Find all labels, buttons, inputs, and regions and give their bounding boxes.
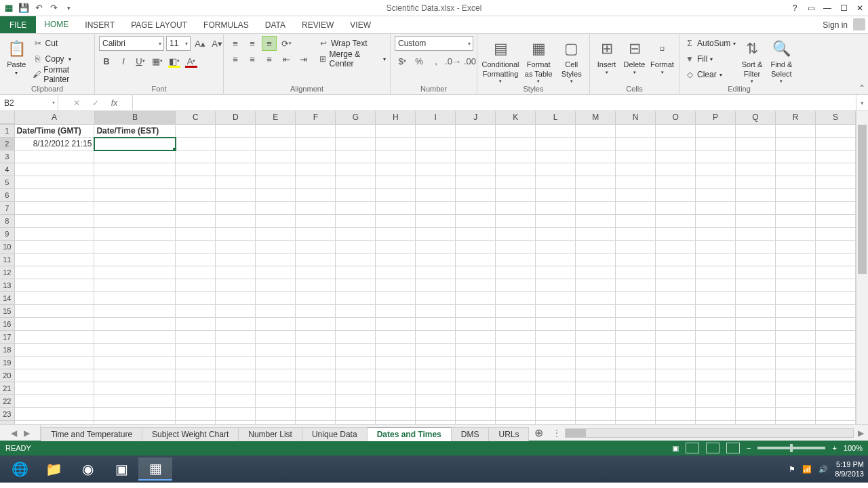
cell-L3[interactable] <box>536 150 576 163</box>
cell-Q4[interactable] <box>736 163 776 176</box>
cell-R5[interactable] <box>776 176 816 189</box>
cell-O21[interactable] <box>656 382 696 395</box>
shrink-font-icon[interactable]: A▾ <box>210 36 224 51</box>
cell-E22[interactable] <box>256 395 296 408</box>
paste-button[interactable]: 📋 Paste ▾ <box>4 36 29 76</box>
cell-R1[interactable] <box>776 125 816 138</box>
row-header-22[interactable]: 22 <box>0 395 15 408</box>
cell-O24[interactable] <box>656 421 696 424</box>
cell-O1[interactable] <box>656 125 696 138</box>
cell-G3[interactable] <box>336 150 376 163</box>
cell-H6[interactable] <box>376 189 416 202</box>
cell-H5[interactable] <box>376 176 416 189</box>
cell-J7[interactable] <box>456 202 496 215</box>
cell-D7[interactable] <box>216 202 256 215</box>
cell-L18[interactable] <box>536 344 576 357</box>
cell-C17[interactable] <box>176 331 216 344</box>
maximize-icon[interactable]: ☐ <box>835 1 852 15</box>
cell-E21[interactable] <box>256 382 296 395</box>
cell-C16[interactable] <box>176 318 216 331</box>
cell-F19[interactable] <box>296 357 336 369</box>
cell-J1[interactable] <box>456 125 496 138</box>
cell-F9[interactable] <box>296 228 336 241</box>
cell-P5[interactable] <box>696 176 736 189</box>
cell-S1[interactable] <box>816 125 856 138</box>
avatar[interactable] <box>853 18 865 30</box>
cut-button[interactable]: ✂Cut <box>32 36 90 51</box>
tab-formulas[interactable]: FORMULAS <box>195 16 257 33</box>
cell-K13[interactable] <box>496 279 536 292</box>
zoom-slider[interactable] <box>757 447 825 449</box>
cell-F24[interactable] <box>296 421 336 424</box>
cell-B19[interactable] <box>94 357 176 369</box>
cell-S20[interactable] <box>816 369 856 382</box>
cell-N11[interactable] <box>616 253 656 266</box>
cell-F17[interactable] <box>296 331 336 344</box>
row-header-23[interactable]: 23 <box>0 408 15 421</box>
tab-view[interactable]: VIEW <box>342 16 379 33</box>
cell-J20[interactable] <box>456 369 496 382</box>
cell-D19[interactable] <box>216 357 256 369</box>
sheet-tab-urls[interactable]: URLs <box>488 427 529 441</box>
cell-J16[interactable] <box>456 318 496 331</box>
cell-B21[interactable] <box>94 382 176 395</box>
name-box[interactable]: B2▾ <box>0 95 58 110</box>
cell-C3[interactable] <box>176 150 216 163</box>
cell-I3[interactable] <box>416 150 456 163</box>
cell-N22[interactable] <box>616 395 656 408</box>
cell-Q3[interactable] <box>736 150 776 163</box>
cell-B15[interactable] <box>94 305 176 318</box>
cell-O11[interactable] <box>656 253 696 266</box>
cell-D24[interactable] <box>216 421 256 424</box>
zoom-out-icon[interactable]: − <box>747 444 751 452</box>
col-header-O[interactable]: O <box>656 111 696 124</box>
collapse-ribbon-icon[interactable]: ⌃ <box>859 83 865 93</box>
cell-D23[interactable] <box>216 408 256 421</box>
cell-B8[interactable] <box>94 215 176 228</box>
cell-B22[interactable] <box>94 395 176 408</box>
excel-taskbar-icon[interactable]: ▦ <box>138 458 172 481</box>
cell-R19[interactable] <box>776 357 816 369</box>
cell-K11[interactable] <box>496 253 536 266</box>
minimize-icon[interactable]: — <box>819 1 835 15</box>
cell-O10[interactable] <box>656 241 696 253</box>
col-header-L[interactable]: L <box>536 111 576 124</box>
cell-B6[interactable] <box>94 189 176 202</box>
cell-H2[interactable] <box>376 138 416 150</box>
cell-H7[interactable] <box>376 202 416 215</box>
cell-H17[interactable] <box>376 331 416 344</box>
align-left-icon[interactable]: ≡ <box>228 52 243 66</box>
cell-M24[interactable] <box>576 421 616 424</box>
row-header-14[interactable]: 14 <box>0 292 15 305</box>
cell-D14[interactable] <box>216 292 256 305</box>
cell-D20[interactable] <box>216 369 256 382</box>
cell-R18[interactable] <box>776 344 816 357</box>
cell-S16[interactable] <box>816 318 856 331</box>
cell-H22[interactable] <box>376 395 416 408</box>
cell-J23[interactable] <box>456 408 496 421</box>
cell-R16[interactable] <box>776 318 816 331</box>
cell-Q15[interactable] <box>736 305 776 318</box>
cell-Q18[interactable] <box>736 344 776 357</box>
cell-F12[interactable] <box>296 266 336 279</box>
fx-icon[interactable]: fx <box>111 98 117 108</box>
cell-E17[interactable] <box>256 331 296 344</box>
cell-H19[interactable] <box>376 357 416 369</box>
cell-N10[interactable] <box>616 241 656 253</box>
cell-M17[interactable] <box>576 331 616 344</box>
cell-R2[interactable] <box>776 138 816 150</box>
cell-B10[interactable] <box>94 241 176 253</box>
cell-J13[interactable] <box>456 279 496 292</box>
cell-B18[interactable] <box>94 344 176 357</box>
col-header-Q[interactable]: Q <box>736 111 776 124</box>
cell-R6[interactable] <box>776 189 816 202</box>
cell-J3[interactable] <box>456 150 496 163</box>
cell-L13[interactable] <box>536 279 576 292</box>
enter-formula-icon[interactable]: ✓ <box>92 98 99 108</box>
cell-E10[interactable] <box>256 241 296 253</box>
cell-A16[interactable] <box>15 318 95 331</box>
cell-I4[interactable] <box>416 163 456 176</box>
cell-Q20[interactable] <box>736 369 776 382</box>
cell-P23[interactable] <box>696 408 736 421</box>
cell-B16[interactable] <box>94 318 176 331</box>
